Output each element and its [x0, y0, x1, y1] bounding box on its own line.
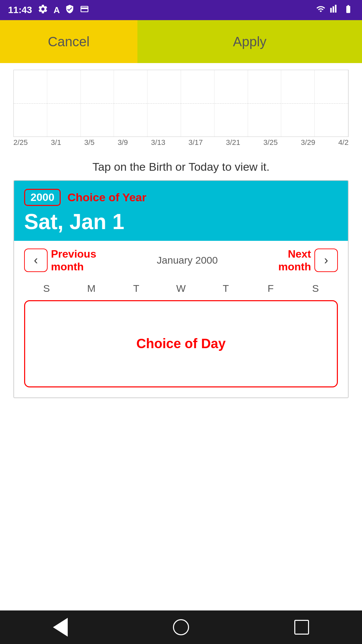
chart-labels: 2/25 3/1 3/5 3/9 3/13 3/17 3/21 3/25 3/2… — [13, 137, 349, 147]
chart-label-5: 3/13 — [151, 138, 165, 147]
day-grid-area[interactable]: Choice of Day — [24, 300, 338, 387]
selected-date: Sat, Jan 1 — [24, 209, 338, 234]
bottom-nav — [0, 610, 362, 644]
prev-month-button[interactable]: ‹ — [24, 249, 48, 272]
chart-dashed-line — [14, 103, 348, 104]
month-nav: ‹ Previous month January 2000 Next month… — [14, 241, 348, 280]
signal-icon — [330, 4, 339, 16]
chart-label-8: 3/25 — [263, 138, 278, 147]
choice-of-year-label: Choice of Year — [67, 191, 146, 204]
back-button[interactable] — [47, 617, 74, 637]
day-header-mon: M — [69, 280, 114, 297]
instruction-text: Tap on the Birth or Today to view it. — [0, 150, 362, 180]
home-icon — [173, 619, 189, 635]
chart-label-9: 3/29 — [301, 138, 315, 147]
chart-container: 2/25 3/1 3/5 3/9 3/13 3/17 3/21 3/25 3/2… — [0, 63, 362, 150]
chart-label-10: 4/2 — [338, 138, 349, 147]
recent-icon — [294, 620, 309, 635]
current-month-title: January 2000 — [157, 255, 218, 266]
battery-icon — [343, 4, 354, 16]
next-month-button[interactable]: › — [314, 249, 338, 272]
choice-of-day-label: Choice of Day — [136, 336, 226, 351]
chart-label-2: 3/1 — [51, 138, 61, 147]
chart-label-6: 3/17 — [188, 138, 203, 147]
a-icon: A — [54, 5, 60, 15]
play-icon — [65, 4, 74, 16]
time-display: 11:43 — [8, 5, 32, 15]
day-header-sat: S — [293, 280, 338, 297]
card-icon — [80, 4, 89, 16]
action-bar: Cancel Apply — [0, 20, 362, 63]
apply-button[interactable]: Apply — [137, 20, 362, 63]
status-bar: 11:43 A — [0, 0, 362, 20]
prev-month-control[interactable]: ‹ Previous month — [24, 248, 96, 273]
wifi-icon — [315, 4, 326, 16]
back-icon — [53, 618, 68, 637]
year-row: 2000 Choice of Year — [24, 189, 338, 206]
chart-label-7: 3/21 — [226, 138, 240, 147]
chart-label-3: 3/5 — [84, 138, 95, 147]
calendar-bottom — [14, 391, 348, 397]
chart-label-4: 3/9 — [118, 138, 128, 147]
status-icons — [315, 4, 354, 16]
next-month-label: Next month — [278, 248, 311, 273]
cancel-button[interactable]: Cancel — [0, 20, 137, 63]
day-header-thu: T — [203, 280, 248, 297]
day-header-wed: W — [159, 280, 203, 297]
year-badge[interactable]: 2000 — [24, 189, 61, 206]
chart-area — [13, 70, 349, 137]
next-month-control[interactable]: Next month › — [278, 248, 338, 273]
calendar-header: 2000 Choice of Year Sat, Jan 1 — [14, 181, 348, 241]
gear-icon — [38, 4, 48, 17]
prev-month-label: Previous month — [51, 248, 96, 273]
day-header-sun: S — [24, 280, 69, 297]
day-headers: S M T W T F S — [14, 280, 348, 297]
chart-label-1: 2/25 — [13, 138, 28, 147]
calendar-card: 2000 Choice of Year Sat, Jan 1 ‹ Previou… — [13, 180, 349, 398]
day-header-fri: F — [248, 280, 293, 297]
recent-button[interactable] — [288, 617, 315, 637]
home-button[interactable] — [168, 617, 194, 637]
day-header-tue: T — [114, 280, 159, 297]
